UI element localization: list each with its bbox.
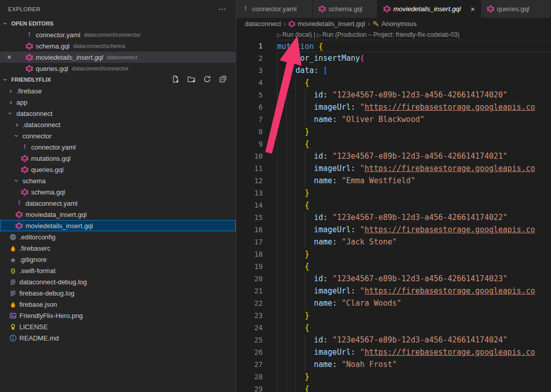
tree-file-queries.gql[interactable]: queries.gql bbox=[0, 164, 236, 175]
code-line-13[interactable]: 13 } bbox=[236, 187, 551, 199]
url-link[interactable]: https://firebasestorage.googleapis.co bbox=[365, 348, 535, 357]
code-line-21[interactable]: 21 imageUrl: "https://firebasestorage.go… bbox=[236, 285, 551, 297]
tree-folder-.dataconnect[interactable]: › .dataconnect bbox=[0, 119, 236, 130]
indent-guide bbox=[286, 322, 287, 334]
code-line-14[interactable]: 14 { bbox=[236, 199, 551, 211]
tree-file-LICENSE[interactable]: LICENSE bbox=[0, 321, 236, 332]
tree-folder-app[interactable]: › app bbox=[0, 96, 236, 108]
open-editor-item[interactable]: schema.gql dataconnect/schema bbox=[0, 40, 236, 52]
tree-folder-.firebase[interactable]: › .firebase bbox=[0, 85, 236, 96]
indent-guide bbox=[295, 358, 296, 371]
tree-file-firebase-debug.log[interactable]: firebase-debug.log bbox=[0, 287, 236, 299]
indent-guide bbox=[286, 346, 287, 358]
indent-guide bbox=[277, 52, 278, 64]
code-line-20[interactable]: 20 id: "123e4567-e89b-12d3-a456-42661417… bbox=[236, 273, 551, 285]
line-number: 5 bbox=[236, 89, 263, 101]
tree-file-.swift-format[interactable]: {}.swift-format bbox=[0, 265, 236, 276]
code-line-24[interactable]: 24 { bbox=[236, 322, 551, 334]
code-line-15[interactable]: 15 id: "123e4567-e89b-12d3-a456-42661417… bbox=[236, 211, 551, 224]
url-link[interactable]: https://firebasestorage.googleapis.co bbox=[365, 103, 535, 112]
code-line-26[interactable]: 26 imageUrl: "https://firebasestorage.go… bbox=[236, 346, 551, 358]
close-icon[interactable]: × bbox=[466, 5, 475, 13]
breadcrumb: dataconnect › moviedetails_insert.gql › … bbox=[236, 18, 551, 30]
file-label: README.md bbox=[19, 334, 59, 342]
indent-guide bbox=[295, 309, 296, 322]
open-editor-description: dataconnect/connector bbox=[84, 32, 140, 38]
tab-queries.gql[interactable]: queries.gql bbox=[481, 0, 551, 18]
new-folder-button[interactable] bbox=[187, 75, 198, 84]
tree-file-README.md[interactable]: README.md bbox=[0, 332, 236, 344]
code-line-17[interactable]: 17 name: "Jack Stone" bbox=[236, 236, 551, 248]
tree-file-firebase.json[interactable]: firebase.json bbox=[0, 299, 236, 310]
breadcrumb-item-moviedetails_insert.gql[interactable]: moviedetails_insert.gql bbox=[288, 20, 365, 28]
open-editors-section-header[interactable]: › OPEN EDITORS bbox=[0, 18, 236, 29]
indent-guide bbox=[295, 211, 296, 224]
refresh-button[interactable] bbox=[203, 75, 214, 84]
tree-file-FriendlyFlix-Hero.png[interactable]: FriendlyFlix-Hero.png bbox=[0, 310, 236, 321]
tree-file-.editorconfig[interactable]: .editorconfig bbox=[0, 231, 236, 242]
vscode-window: EXPLORER ⋯ › OPEN EDITORS ! connector.ya… bbox=[0, 0, 551, 392]
code-line-18[interactable]: 18 } bbox=[236, 248, 551, 260]
indent-guide bbox=[295, 383, 296, 392]
line-number: 10 bbox=[236, 150, 263, 162]
code-line-11[interactable]: 11 imageUrl: "https://firebasestorage.go… bbox=[236, 162, 551, 175]
code-line-9[interactable]: 9 { bbox=[236, 138, 551, 150]
code-line-29[interactable]: 29 { bbox=[236, 383, 551, 392]
code-line-23[interactable]: 23 } bbox=[236, 309, 551, 322]
code-line-10[interactable]: 10 id: "123e4567-e89b-12d3-a456-42661417… bbox=[236, 150, 551, 162]
code-line-2[interactable]: 2 actor_insertMany( bbox=[236, 52, 551, 64]
code-line-12[interactable]: 12 name: "Emma Westfield" bbox=[236, 175, 551, 187]
indent-guide bbox=[286, 297, 287, 309]
codelens-run-local[interactable]: ▷Run (local) bbox=[277, 31, 312, 38]
file-label: .editorconfig bbox=[19, 233, 56, 241]
close-icon[interactable]: × bbox=[7, 53, 26, 61]
collapse-all-button[interactable] bbox=[219, 75, 230, 84]
tree-file-dataconnect-debug.log[interactable]: dataconnect-debug.log bbox=[0, 276, 236, 287]
open-editor-item[interactable]: queries.gql dataconnect/connector bbox=[0, 63, 236, 74]
workspace-section-header[interactable]: › FRIENDLYFLIX bbox=[0, 74, 236, 85]
tab-schema.gql[interactable]: schema.gql bbox=[313, 0, 378, 18]
code-line-22[interactable]: 22 name: "Clara Woods" bbox=[236, 297, 551, 309]
code-line-27[interactable]: 27 name: "Noah Frost" bbox=[236, 358, 551, 371]
tree-file-moviedetails_insert.gql[interactable]: moviedetails_insert.gql bbox=[0, 220, 236, 231]
file-label: schema.gql bbox=[31, 188, 65, 196]
code-line-28[interactable]: 28 } bbox=[236, 371, 551, 383]
tab-moviedetails_insert.gql[interactable]: moviedetails_insert.gql × bbox=[378, 0, 481, 18]
tree-file-connector.yaml[interactable]: !connector.yaml bbox=[0, 141, 236, 153]
tree-file-.gitignore[interactable]: ◈.gitignore bbox=[0, 254, 236, 265]
open-editor-item[interactable]: ! connector.yaml dataconnect/connector bbox=[0, 29, 236, 40]
more-actions-icon[interactable]: ⋯ bbox=[218, 5, 227, 14]
codelens-run-production[interactable]: ▷Run (Production – Project: friendly-fli… bbox=[317, 31, 459, 38]
url-link[interactable]: https://firebasestorage.googleapis.co bbox=[365, 225, 535, 234]
indent-guide bbox=[286, 199, 287, 211]
tree-file-moviedata_insert.gql[interactable]: moviedata_insert.gql bbox=[0, 209, 236, 220]
code-line-7[interactable]: 7 name: "Oliver Blackwood" bbox=[236, 113, 551, 126]
run-triangle-icon: ▷ bbox=[317, 32, 321, 38]
tree-folder-schema[interactable]: › schema bbox=[0, 175, 236, 186]
code-line-16[interactable]: 16 imageUrl: "https://firebasestorage.go… bbox=[236, 224, 551, 236]
breadcrumb-item-Anonymous[interactable]: Anonymous bbox=[372, 20, 417, 28]
code-line-19[interactable]: 19 { bbox=[236, 260, 551, 273]
url-link[interactable]: https://firebasestorage.googleapis.co bbox=[365, 286, 535, 296]
tree-file-mutations.gql[interactable]: mutations.gql bbox=[0, 153, 236, 164]
new-file-button[interactable] bbox=[171, 75, 182, 84]
tree-file-.firebaserc[interactable]: .firebaserc bbox=[0, 242, 236, 254]
tree-file-dataconnect.yaml[interactable]: !dataconnect.yaml bbox=[0, 198, 236, 209]
file-label: mutations.gql bbox=[31, 155, 70, 162]
code-line-6[interactable]: 6 imageUrl: "https://firebasestorage.goo… bbox=[236, 101, 551, 113]
folder-label: dataconnect bbox=[16, 110, 53, 117]
code-line-25[interactable]: 25 id: "123e4567-e89b-12d3-a456-42661417… bbox=[236, 334, 551, 346]
code-line-3[interactable]: 3 data: [ bbox=[236, 64, 551, 77]
open-editor-item[interactable]: × moviedetails_insert.gql dataconnect bbox=[0, 52, 236, 63]
code-line-1[interactable]: 1 mutation { bbox=[236, 40, 551, 52]
tree-folder-dataconnect[interactable]: › dataconnect bbox=[0, 108, 236, 119]
tree-folder-connector[interactable]: › connector bbox=[0, 130, 236, 141]
code-line-5[interactable]: 5 id: "123e4567-e89b-12d3-a456-426614174… bbox=[236, 89, 551, 101]
tree-file-schema.gql[interactable]: schema.gql bbox=[0, 186, 236, 198]
url-link[interactable]: https://firebasestorage.googleapis.co bbox=[365, 164, 535, 173]
breadcrumb-item-dataconnect[interactable]: dataconnect bbox=[245, 20, 281, 28]
tab-connector.yaml[interactable]: !connector.yaml bbox=[236, 0, 313, 18]
indent-guide bbox=[286, 371, 287, 383]
code-line-8[interactable]: 8 } bbox=[236, 126, 551, 138]
code-line-4[interactable]: 4 { bbox=[236, 77, 551, 89]
